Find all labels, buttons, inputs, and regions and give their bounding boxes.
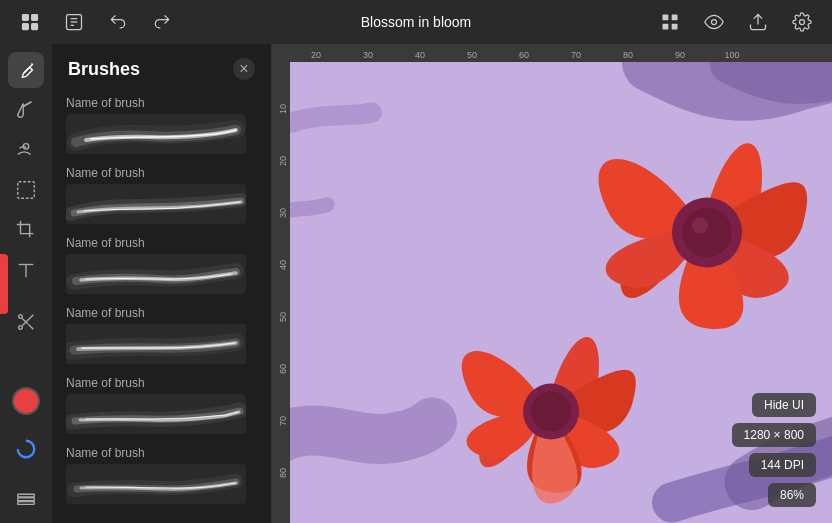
file-button[interactable]: [60, 8, 88, 36]
eye-button[interactable]: [700, 8, 728, 36]
ruler-v-mark: 60: [278, 322, 288, 374]
ruler-mark: 20: [290, 50, 342, 60]
brush-item[interactable]: Name of brush: [52, 300, 271, 370]
svg-point-12: [712, 20, 717, 25]
color-swatch[interactable]: [12, 387, 40, 415]
svg-rect-11: [672, 24, 678, 30]
main-area: @keyframes spin { from { transform: rota…: [0, 44, 832, 523]
size-indicator: [0, 254, 8, 314]
ruler-corner: [272, 44, 290, 62]
brush-preview: [66, 184, 246, 224]
brush-name: Name of brush: [66, 306, 257, 320]
ruler-mark: 90: [654, 50, 706, 60]
brush-item[interactable]: Name of brush: [52, 90, 271, 160]
brushes-header: Brushes ×: [52, 44, 271, 90]
svg-point-25: [18, 441, 35, 458]
ruler-mark: 40: [394, 50, 446, 60]
apps-button[interactable]: [16, 8, 44, 36]
canvas-content[interactable]: Hide UI 1280 × 800 144 DPI 86%: [272, 62, 832, 523]
ruler-v-mark: 20: [278, 114, 288, 166]
document-title: Blossom in bloom: [361, 14, 472, 30]
canvas-area[interactable]: 20 30 40 50 60 70 80 90 100 10 20 30 40 …: [272, 44, 832, 523]
ruler-top: 20 30 40 50 60 70 80 90 100: [272, 44, 832, 62]
svg-point-21: [19, 326, 23, 330]
crop-tool-button[interactable]: [8, 212, 44, 248]
brushes-panel: Brushes × Name of brush: [52, 44, 272, 523]
brushes-list: Name of brush Name of brush: [52, 90, 271, 523]
svg-rect-26: [18, 494, 35, 497]
brush-preview: [66, 324, 246, 364]
brushes-close-button[interactable]: ×: [233, 58, 255, 80]
svg-line-23: [28, 324, 33, 329]
svg-point-20: [19, 315, 23, 319]
layers-button[interactable]: [8, 479, 44, 515]
svg-rect-27: [18, 498, 35, 501]
hide-ui-badge[interactable]: Hide UI: [752, 393, 816, 417]
brush-item[interactable]: Name of brush: [52, 370, 271, 440]
svg-rect-2: [23, 24, 29, 30]
svg-rect-28: [18, 502, 35, 505]
ruler-v-mark: 40: [278, 218, 288, 270]
ruler-mark: 80: [602, 50, 654, 60]
select-tool-button[interactable]: [8, 172, 44, 208]
export-button[interactable]: [744, 8, 772, 36]
left-toolbar: @keyframes spin { from { transform: rota…: [0, 44, 52, 523]
brush-name: Name of brush: [66, 376, 257, 390]
dpi-badge: 144 DPI: [749, 453, 816, 477]
svg-line-15: [23, 102, 31, 107]
ruler-v-mark: 70: [278, 374, 288, 426]
ruler-v-mark: 10: [278, 62, 288, 114]
brush-name: Name of brush: [66, 446, 257, 460]
smudge-tool-button[interactable]: [8, 132, 44, 168]
ruler-mark: 60: [498, 50, 550, 60]
redo-button[interactable]: [148, 8, 176, 36]
brush-preview: [66, 114, 246, 154]
text-tool-button[interactable]: [8, 252, 44, 288]
ruler-v-mark: 30: [278, 166, 288, 218]
brush-item[interactable]: Name of brush: [52, 230, 271, 300]
ruler-mark: 100: [706, 50, 758, 60]
loading-indicator: [8, 431, 44, 467]
brush-name: Name of brush: [66, 236, 257, 250]
brush-tool-button[interactable]: [8, 92, 44, 128]
ruler-mark: 30: [342, 50, 394, 60]
svg-rect-10: [663, 24, 669, 30]
topbar: Blossom in bloom: [0, 0, 832, 44]
draw-tool-button[interactable]: [8, 52, 44, 88]
info-badges: Hide UI 1280 × 800 144 DPI 86%: [732, 393, 816, 507]
brushes-title: Brushes: [68, 59, 140, 80]
settings-button[interactable]: [788, 8, 816, 36]
svg-rect-9: [672, 15, 678, 21]
resolution-badge: 1280 × 800: [732, 423, 816, 447]
svg-point-37: [682, 208, 732, 258]
brush-preview: [66, 464, 246, 504]
svg-rect-8: [663, 15, 669, 21]
topbar-left: [16, 8, 176, 36]
svg-rect-0: [23, 15, 29, 21]
ruler-v-mark: 80: [278, 426, 288, 478]
topbar-right: [656, 8, 816, 36]
undo-button[interactable]: [104, 8, 132, 36]
brush-name: Name of brush: [66, 96, 257, 110]
brush-preview: [66, 254, 246, 294]
svg-point-38: [692, 218, 708, 234]
ruler-mark: 70: [550, 50, 602, 60]
zoom-badge: 86%: [768, 483, 816, 507]
cut-tool-button[interactable]: [8, 304, 44, 340]
svg-rect-1: [32, 15, 38, 21]
ruler-left: 10 20 30 40 50 60 70 80: [272, 62, 290, 523]
brush-name: Name of brush: [66, 166, 257, 180]
svg-rect-17: [18, 182, 35, 199]
ruler-v-mark: 50: [278, 270, 288, 322]
brush-item[interactable]: Name of brush: [52, 160, 271, 230]
ruler-mark: 50: [446, 50, 498, 60]
brush-item[interactable]: Name of brush: [52, 440, 271, 510]
svg-point-14: [800, 20, 805, 25]
svg-point-40: [531, 392, 571, 432]
ruler-h-marks: 20 30 40 50 60 70 80 90 100: [272, 50, 758, 60]
svg-rect-3: [32, 24, 38, 30]
grid-button[interactable]: [656, 8, 684, 36]
brush-preview: [66, 394, 246, 434]
